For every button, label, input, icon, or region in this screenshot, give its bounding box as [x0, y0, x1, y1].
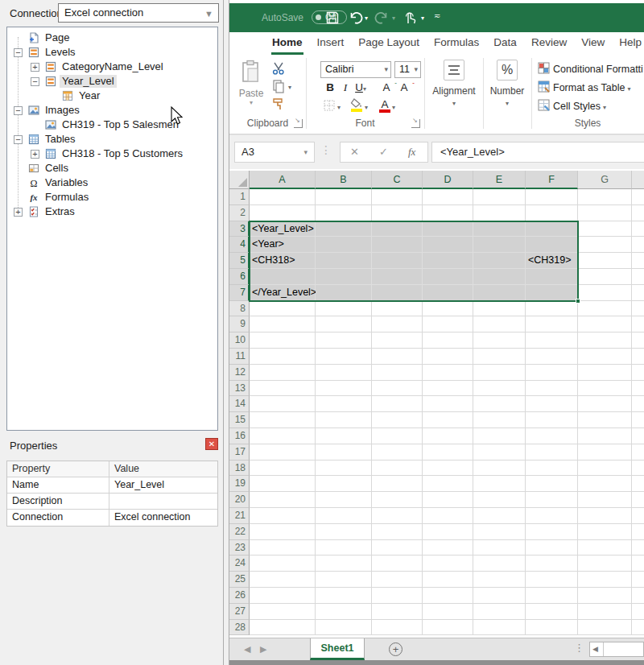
cell-C16[interactable] [372, 428, 423, 444]
row-header-27[interactable]: 27 [229, 604, 250, 620]
cell-A6[interactable] [250, 269, 316, 285]
tree-item-categoryname-level[interactable]: +CategoryName_Level [7, 60, 217, 74]
cell-C5[interactable] [372, 253, 423, 269]
cell-F4[interactable] [526, 237, 578, 253]
row-header-2[interactable]: 2 [229, 205, 250, 221]
scroll-left-icon[interactable]: ◀ [592, 645, 598, 653]
cell-B15[interactable] [316, 412, 372, 428]
cell-F26[interactable] [526, 588, 578, 604]
cell-F15[interactable] [526, 412, 578, 428]
cell-E12[interactable] [473, 365, 526, 381]
font-dialog-launcher-icon[interactable] [411, 119, 420, 128]
cell-partial-25[interactable] [632, 572, 644, 588]
cell-partial-9[interactable] [632, 316, 644, 332]
cell-C22[interactable] [372, 524, 423, 540]
cell-D19[interactable] [423, 476, 473, 492]
properties-row-connection[interactable]: ConnectionExcel connection [7, 510, 217, 526]
cell-F28[interactable] [526, 620, 578, 636]
cell-E14[interactable] [473, 396, 526, 412]
row-header-3[interactable]: 3 [229, 221, 250, 238]
cell-F7[interactable] [526, 285, 578, 301]
cell-A21[interactable] [250, 508, 316, 524]
cell-E4[interactable] [473, 237, 526, 253]
cell-C6[interactable] [372, 269, 423, 285]
cell-D23[interactable] [423, 540, 473, 556]
collapse-icon[interactable]: − [14, 135, 23, 144]
conditional-formatting-button[interactable]: Conditional Formatti [538, 61, 643, 77]
cell-A20[interactable] [250, 492, 316, 508]
cell-C3[interactable] [372, 221, 423, 238]
cell-G8[interactable] [578, 301, 632, 317]
font-color-button[interactable]: A [378, 97, 392, 112]
cell-partial-6[interactable] [632, 269, 644, 285]
expand-icon[interactable]: + [31, 150, 39, 159]
row-header-20[interactable]: 20 [229, 492, 250, 508]
cell-C1[interactable] [372, 189, 423, 205]
cell-B7[interactable] [316, 285, 372, 301]
row-header-1[interactable]: 1 [229, 189, 250, 205]
tree-item-page[interactable]: Page [7, 31, 217, 45]
cell-B23[interactable] [316, 540, 372, 556]
cell-F2[interactable] [526, 205, 578, 221]
tree-item-year-level[interactable]: −Year_Level [7, 74, 217, 89]
collapse-icon[interactable]: − [14, 48, 23, 57]
cell-G14[interactable] [578, 396, 632, 412]
cell-C19[interactable] [372, 476, 423, 492]
next-sheet-icon[interactable]: ▶ [260, 644, 266, 655]
cell-F18[interactable] [526, 461, 578, 477]
tree-item-tables[interactable]: −Tables [7, 132, 217, 147]
grow-font-button[interactable]: Aˆ [379, 81, 394, 95]
paste-button[interactable]: Paste ▾ [236, 60, 266, 114]
row-header-15[interactable]: 15 [229, 412, 250, 428]
cell-B1[interactable] [316, 189, 372, 205]
number-group-button[interactable]: % Number ▾ [481, 60, 533, 107]
cell-partial-8[interactable] [632, 301, 644, 317]
cell-C23[interactable] [372, 540, 423, 556]
cell-G15[interactable] [578, 412, 632, 428]
row-header-9[interactable]: 9 [229, 316, 250, 332]
row-header-12[interactable]: 12 [229, 365, 250, 381]
row-header-7[interactable]: 7 [229, 285, 250, 301]
cell-partial-16[interactable] [632, 428, 644, 444]
cell-E16[interactable] [473, 428, 526, 444]
cell-F25[interactable] [526, 572, 578, 588]
cell-B2[interactable] [316, 205, 372, 221]
cell-D21[interactable] [423, 508, 473, 524]
redo-icon[interactable] [374, 10, 390, 26]
cell-F8[interactable] [526, 301, 578, 317]
row-header-14[interactable]: 14 [229, 396, 250, 412]
cell-partial-17[interactable] [632, 444, 644, 461]
cell-partial-20[interactable] [632, 492, 644, 508]
cell-E15[interactable] [473, 412, 526, 428]
row-header-25[interactable]: 25 [229, 572, 250, 588]
cell-A5[interactable]: <CH318> [250, 253, 316, 269]
cell-G28[interactable] [578, 620, 632, 636]
row-header-11[interactable]: 11 [229, 349, 250, 365]
cell-D1[interactable] [423, 189, 473, 205]
cell-partial-18[interactable] [632, 461, 644, 477]
column-header-c[interactable]: C [372, 171, 423, 189]
cell-B13[interactable] [316, 381, 372, 397]
cell-G1[interactable] [578, 189, 632, 205]
cell-B18[interactable] [316, 461, 372, 477]
row-header-17[interactable]: 17 [229, 444, 250, 461]
italic-button[interactable]: I [338, 81, 353, 95]
cell-E9[interactable] [473, 316, 526, 332]
cell-partial-14[interactable] [632, 396, 644, 412]
expand-icon[interactable]: + [31, 63, 39, 72]
cell-G21[interactable] [578, 508, 632, 524]
cell-B27[interactable] [316, 604, 372, 620]
cell-A25[interactable] [250, 572, 316, 588]
cell-F12[interactable] [526, 365, 578, 381]
row-header-24[interactable]: 24 [229, 556, 250, 572]
cell-F19[interactable] [526, 476, 578, 492]
cell-C13[interactable] [372, 381, 423, 397]
prev-sheet-icon[interactable]: ◀ [244, 644, 250, 655]
touch-mode-icon[interactable] [402, 10, 418, 26]
bold-button[interactable]: B [323, 81, 337, 95]
cell-E24[interactable] [473, 556, 526, 572]
cell-E5[interactable] [473, 253, 526, 269]
cell-G25[interactable] [578, 572, 632, 588]
cell-F23[interactable] [526, 540, 578, 556]
cell-C9[interactable] [372, 316, 423, 332]
